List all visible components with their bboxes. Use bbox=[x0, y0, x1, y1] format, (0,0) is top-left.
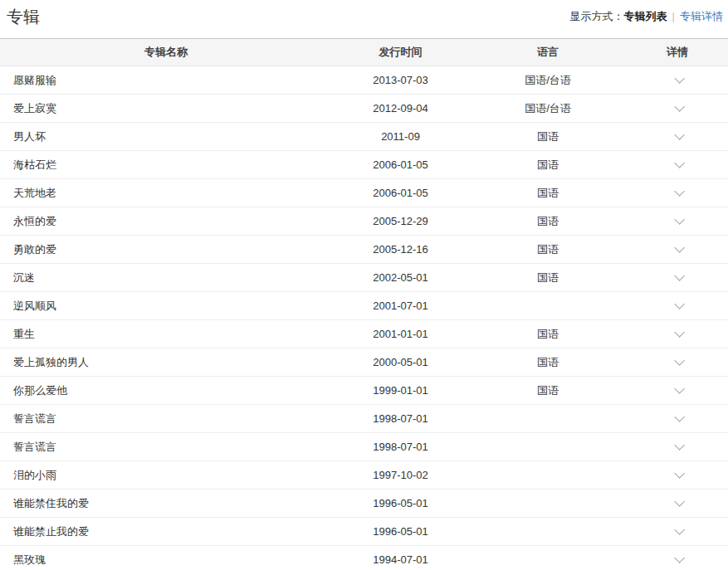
album-release-date: 2006-01-05 bbox=[332, 179, 469, 207]
album-row[interactable]: 沉迷 2002-05-01 国语 bbox=[0, 264, 728, 292]
album-details-cell bbox=[627, 461, 728, 490]
album-name: 永恒的爱 bbox=[0, 207, 332, 236]
chevron-down-icon[interactable] bbox=[674, 440, 685, 451]
album-language bbox=[469, 490, 627, 518]
album-details-cell bbox=[627, 546, 728, 570]
album-name: 愿赌服输 bbox=[0, 66, 332, 95]
album-details-cell bbox=[627, 264, 728, 292]
album-language: 国语 bbox=[469, 123, 627, 151]
album-details-cell bbox=[627, 207, 728, 236]
column-header-release-date: 发行时间 bbox=[332, 39, 469, 66]
album-release-date: 1996-05-01 bbox=[332, 490, 469, 518]
album-release-date: 2006-01-05 bbox=[332, 151, 469, 179]
album-details-cell bbox=[627, 377, 728, 405]
album-name: 沉迷 bbox=[0, 264, 332, 292]
album-language bbox=[469, 461, 627, 490]
album-row[interactable]: 海枯石烂 2006-01-05 国语 bbox=[0, 151, 728, 179]
display-mode-album-details[interactable]: 专辑详情 bbox=[680, 10, 723, 22]
album-row[interactable]: 你那么爱他 1999-01-01 国语 bbox=[0, 377, 728, 405]
album-details-cell bbox=[627, 320, 728, 348]
album-row[interactable]: 谁能禁住我的爱 1996-05-01 bbox=[0, 490, 728, 518]
album-release-date: 2011-09 bbox=[332, 123, 469, 151]
chevron-down-icon[interactable] bbox=[674, 73, 685, 84]
album-row[interactable]: 天荒地老 2006-01-05 国语 bbox=[0, 179, 728, 207]
album-row[interactable]: 逆风顺风 2001-07-01 bbox=[0, 292, 728, 320]
column-header-language: 语言 bbox=[469, 39, 627, 66]
album-release-date: 2000-05-01 bbox=[332, 348, 469, 377]
chevron-down-icon[interactable] bbox=[674, 299, 685, 309]
album-language: 国语 bbox=[469, 179, 627, 207]
album-language bbox=[469, 405, 627, 433]
album-row[interactable]: 爱上寂寞 2012-09-04 国语/台语 bbox=[0, 95, 728, 123]
album-name: 逆风顺风 bbox=[0, 292, 332, 320]
album-row[interactable]: 永恒的爱 2005-12-29 国语 bbox=[0, 207, 728, 236]
chevron-down-icon[interactable] bbox=[674, 101, 685, 112]
album-language: 国语 bbox=[469, 151, 627, 179]
album-name: 谁能禁止我的爱 bbox=[0, 518, 332, 546]
album-details-cell bbox=[627, 348, 728, 377]
album-name: 泪的小雨 bbox=[0, 461, 332, 490]
chevron-down-icon[interactable] bbox=[674, 327, 685, 338]
album-row[interactable]: 重生 2001-01-01 国语 bbox=[0, 320, 728, 348]
album-release-date: 2012-09-04 bbox=[332, 95, 469, 123]
chevron-down-icon[interactable] bbox=[674, 468, 685, 479]
column-header-details: 详情 bbox=[627, 39, 728, 66]
album-language bbox=[469, 433, 627, 461]
album-release-date: 2001-01-01 bbox=[332, 320, 469, 348]
album-release-date: 2013-07-03 bbox=[332, 66, 469, 95]
chevron-down-icon[interactable] bbox=[674, 496, 685, 507]
album-row[interactable]: 谁能禁止我的爱 1996-05-01 bbox=[0, 518, 728, 546]
chevron-down-icon[interactable] bbox=[674, 412, 685, 422]
display-mode-album-list[interactable]: 专辑列表 bbox=[624, 10, 667, 22]
album-name: 重生 bbox=[0, 320, 332, 348]
album-details-cell bbox=[627, 518, 728, 546]
album-row[interactable]: 愿赌服输 2013-07-03 国语/台语 bbox=[0, 66, 728, 95]
album-row[interactable]: 誓言谎言 1998-07-01 bbox=[0, 433, 728, 461]
album-table-header: 专辑名称 发行时间 语言 详情 bbox=[0, 39, 728, 66]
album-release-date: 2005-12-29 bbox=[332, 207, 469, 236]
album-release-date: 2002-05-01 bbox=[332, 264, 469, 292]
chevron-down-icon[interactable] bbox=[674, 553, 685, 563]
album-name: 谁能禁住我的爱 bbox=[0, 490, 332, 518]
album-row[interactable]: 男人坏 2011-09 国语 bbox=[0, 123, 728, 151]
album-row[interactable]: 泪的小雨 1997-10-02 bbox=[0, 461, 728, 490]
album-details-cell bbox=[627, 95, 728, 123]
chevron-down-icon[interactable] bbox=[674, 186, 685, 197]
chevron-down-icon[interactable] bbox=[674, 129, 685, 140]
chevron-down-icon[interactable] bbox=[674, 242, 685, 253]
album-language bbox=[469, 546, 627, 570]
album-details-cell bbox=[627, 405, 728, 433]
album-language: 国语 bbox=[469, 377, 627, 405]
chevron-down-icon[interactable] bbox=[674, 158, 685, 168]
album-row[interactable]: 勇敢的爱 2005-12-16 国语 bbox=[0, 236, 728, 264]
album-language: 国语 bbox=[469, 320, 627, 348]
album-name: 勇敢的爱 bbox=[0, 236, 332, 264]
chevron-down-icon[interactable] bbox=[674, 270, 685, 281]
album-row[interactable]: 黑玫瑰 1994-07-01 bbox=[0, 546, 728, 570]
album-language: 国语 bbox=[469, 348, 627, 377]
display-mode-switcher: 显示方式：专辑列表|专辑详情 bbox=[570, 7, 723, 24]
album-release-date: 1999-01-01 bbox=[332, 377, 469, 405]
chevron-down-icon[interactable] bbox=[674, 383, 685, 394]
album-name: 誓言谎言 bbox=[0, 433, 332, 461]
display-mode-label: 显示方式： bbox=[570, 10, 624, 22]
album-details-cell bbox=[627, 179, 728, 207]
album-language: 国语 bbox=[469, 207, 627, 236]
page-title: 专辑 bbox=[7, 7, 40, 27]
chevron-down-icon[interactable] bbox=[674, 355, 685, 366]
album-release-date: 1994-07-01 bbox=[332, 546, 469, 570]
album-name: 黑玫瑰 bbox=[0, 546, 332, 570]
page-header: 专辑 显示方式：专辑列表|专辑详情 bbox=[0, 0, 728, 38]
album-name: 爱上孤独的男人 bbox=[0, 348, 332, 377]
album-release-date: 1998-07-01 bbox=[332, 433, 469, 461]
album-name: 天荒地老 bbox=[0, 179, 332, 207]
album-name: 海枯石烂 bbox=[0, 151, 332, 179]
chevron-down-icon[interactable] bbox=[674, 524, 685, 535]
album-name: 你那么爱他 bbox=[0, 377, 332, 405]
album-row[interactable]: 誓言谎言 1998-07-01 bbox=[0, 405, 728, 433]
album-row[interactable]: 爱上孤独的男人 2000-05-01 国语 bbox=[0, 348, 728, 377]
album-release-date: 1996-05-01 bbox=[332, 518, 469, 546]
album-language: 国语 bbox=[469, 264, 627, 292]
album-language bbox=[469, 518, 627, 546]
chevron-down-icon[interactable] bbox=[674, 214, 685, 225]
